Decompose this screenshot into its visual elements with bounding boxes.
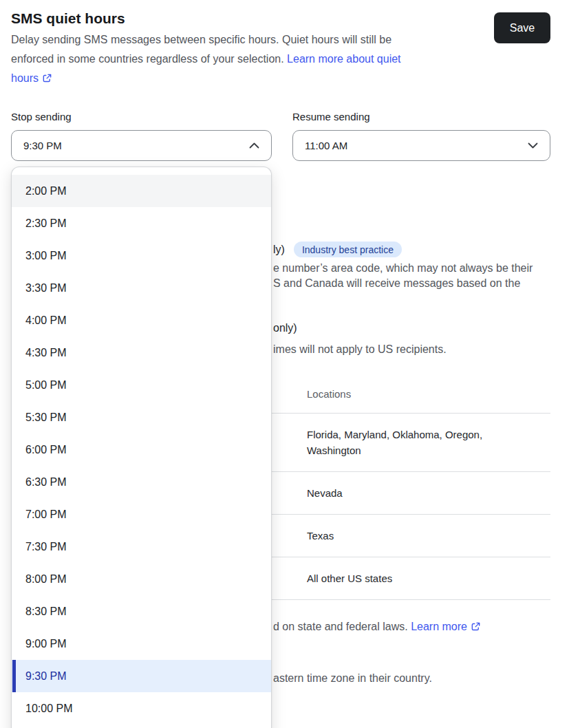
location-cell: Texas	[307, 528, 513, 544]
external-link-icon	[471, 621, 481, 632]
option-text-fragment: ly)	[273, 242, 285, 257]
dropdown-option[interactable]: 3:30 PM	[12, 272, 271, 304]
sms-quiet-hours-page: ly) Industry best practice e number’s ar…	[0, 0, 569, 728]
dropdown-option[interactable]: 3:00 PM	[12, 239, 271, 272]
table-row: Texas	[234, 515, 550, 557]
dropdown-option[interactable]: 5:30 PM	[12, 401, 271, 433]
dropdown-option[interactable]: 2:00 PM	[12, 175, 271, 207]
dropdown-option[interactable]: 8:30 PM	[12, 595, 271, 628]
dropdown-option[interactable]: 9:30 PM	[12, 660, 271, 692]
option-fragment-2: only)	[273, 321, 297, 336]
table-row: Nevada	[234, 472, 550, 515]
dropdown-option[interactable]: 10:00 PM	[12, 692, 271, 725]
option-description-fragment-2: imes will not apply to US recipients.	[273, 342, 447, 357]
table-row: All other US states	[234, 557, 550, 600]
learn-more-laws-link[interactable]: Learn more	[411, 621, 481, 632]
option-description-fragment: e number’s area code, which may not alwa…	[273, 261, 533, 291]
table-row: Florida, Maryland, Oklahoma, Oregon, Was…	[234, 414, 550, 472]
dropdown-option[interactable]: 4:00 PM	[12, 304, 271, 336]
location-cell: Nevada	[307, 485, 513, 501]
dropdown-option[interactable]: 7:00 PM	[12, 498, 271, 531]
dropdown-option[interactable]: 9:00 PM	[12, 628, 271, 660]
dropdown-option[interactable]: 6:30 PM	[12, 466, 271, 498]
option-fragment-1: ly) Industry best practice	[273, 242, 402, 257]
time-options-dropdown: 2:00 PM2:30 PM3:00 PM3:30 PM4:00 PM4:30 …	[11, 167, 272, 728]
dropdown-option[interactable]: 2:30 PM	[12, 207, 271, 239]
dropdown-option[interactable]: 8:00 PM	[12, 563, 271, 595]
dropdown-option[interactable]: 4:30 PM	[12, 336, 271, 369]
dropdown-option[interactable]: 6:00 PM	[12, 433, 271, 466]
dropdown-option[interactable]: 5:00 PM	[12, 369, 271, 401]
locations-table: Locations Florida, Maryland, Oklahoma, O…	[234, 375, 550, 600]
laws-note-fragment: d on state and federal laws. Learn more	[273, 619, 481, 634]
timezone-note-fragment: astern time zone in their country.	[273, 671, 432, 686]
location-cell: All other US states	[307, 570, 513, 586]
location-cell: Florida, Maryland, Oklahoma, Oregon, Was…	[307, 427, 513, 458]
locations-column-header: Locations	[234, 375, 550, 414]
dropdown-option[interactable]: 7:30 PM	[12, 531, 271, 563]
industry-best-practice-badge: Industry best practice	[294, 242, 402, 257]
